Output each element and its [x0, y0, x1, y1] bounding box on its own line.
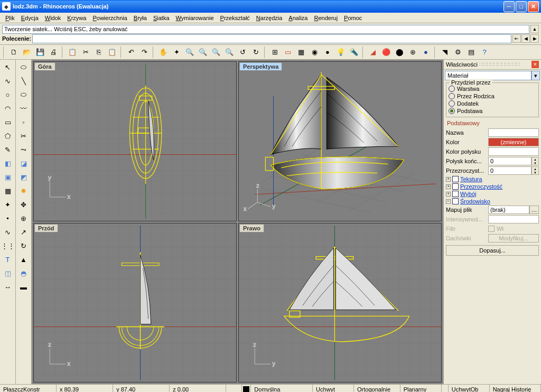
zoom-dynamic-icon[interactable]: 🔍: [184, 46, 195, 58]
menu-pomoc[interactable]: Pomoc: [341, 14, 365, 22]
groundplane-icon[interactable]: ▬: [17, 281, 30, 293]
cmd-nav-prev[interactable]: ◀: [521, 34, 530, 43]
undo-icon[interactable]: ↶: [125, 46, 137, 58]
link-przezroczystosc[interactable]: Przezroczystość: [460, 183, 502, 190]
viewport-front[interactable]: Przód x z: [33, 223, 237, 383]
layers-icon[interactable]: ▤: [465, 46, 477, 58]
boolean-icon[interactable]: ◓: [17, 267, 30, 279]
link-wyboj[interactable]: Wybój: [460, 191, 476, 197]
shade-icon[interactable]: ●: [322, 46, 333, 58]
array-icon[interactable]: ⋮⋮: [2, 239, 14, 252]
cplane-icon[interactable]: ▭: [282, 46, 294, 58]
menu-narzedzia[interactable]: Narzędzia: [253, 14, 286, 22]
mirror-icon[interactable]: ▲: [17, 253, 30, 266]
menu-bryla[interactable]: Bryła: [130, 14, 150, 22]
expand-przezroczystosc[interactable]: +: [446, 184, 451, 189]
rotate-icon[interactable]: ✦: [171, 46, 182, 58]
undo-view-icon[interactable]: ↺: [237, 46, 248, 58]
menu-widok[interactable]: Widok: [42, 14, 64, 22]
menu-edycja[interactable]: Edycja: [18, 14, 42, 22]
ortho-toggle[interactable]: Ortogonalnie: [354, 385, 400, 392]
join-icon[interactable]: ⤳: [17, 143, 30, 156]
analyze-icon[interactable]: ↔: [2, 281, 14, 293]
browse-button[interactable]: …: [529, 206, 539, 214]
print-icon[interactable]: 🖨: [48, 46, 59, 58]
spotlight-icon[interactable]: 🔦: [348, 46, 360, 58]
layer-name[interactable]: Domyślna: [251, 385, 313, 392]
record-history-toggle[interactable]: Nagraj Historię: [490, 385, 541, 392]
shaded-sphere-icon[interactable]: ●: [420, 46, 432, 58]
env-icon[interactable]: ⬤: [394, 46, 405, 58]
save-icon[interactable]: 💾: [34, 46, 46, 58]
close-button[interactable]: ✕: [528, 1, 539, 12]
copy-clipboard-icon[interactable]: 📋: [67, 46, 78, 58]
maximize-button[interactable]: □: [516, 1, 527, 12]
point-icon[interactable]: •: [2, 212, 14, 225]
4view-icon[interactable]: ⊞: [269, 46, 281, 58]
name-input[interactable]: [488, 128, 539, 137]
collapse-srodowisko[interactable]: −: [446, 199, 451, 204]
minimize-button[interactable]: ─: [503, 1, 515, 12]
properties-icon[interactable]: ⚙: [452, 46, 464, 58]
zoom-window-icon[interactable]: 🔍: [197, 46, 209, 58]
menu-wymiarowanie[interactable]: Wymiarowanie: [173, 14, 217, 22]
freeform-icon[interactable]: 〰: [17, 102, 30, 115]
move-icon[interactable]: ✥: [17, 198, 30, 211]
viewport-top[interactable]: Góra x: [33, 61, 237, 221]
help-icon[interactable]: ?: [479, 46, 490, 58]
checkbox-przezroczystosc[interactable]: [452, 183, 459, 190]
paste-icon[interactable]: 📋: [106, 46, 118, 58]
cmd-nav-first[interactable]: ⇤: [512, 34, 521, 43]
solid-icon[interactable]: ▣: [2, 171, 14, 183]
lasso-icon[interactable]: ⬭: [17, 61, 30, 73]
checkbox-wyboj[interactable]: [452, 191, 459, 197]
command-input[interactable]: [32, 34, 511, 43]
open-icon[interactable]: 📂: [21, 46, 33, 58]
snap-toggle[interactable]: Uchwyt: [313, 385, 354, 392]
lightbulb-icon[interactable]: 💡: [335, 46, 347, 58]
viewport-right-label[interactable]: Prawo: [239, 224, 264, 232]
viewport-top-label[interactable]: Góra: [34, 62, 55, 71]
viewport-perspective[interactable]: Perspektywa: [238, 61, 442, 221]
menu-powierzchnia[interactable]: Powierzchnia: [89, 14, 130, 22]
checkbox-srodowisko[interactable]: [452, 198, 459, 204]
trim-icon[interactable]: ✂: [17, 129, 30, 142]
material-icon[interactable]: 🔴: [380, 46, 392, 58]
mesh-icon[interactable]: ▦: [2, 184, 14, 197]
options-icon[interactable]: ◥: [439, 46, 451, 58]
gloss-finish-input[interactable]: 0: [488, 157, 531, 165]
cplane-status[interactable]: PłaszczKonstr: [0, 385, 57, 392]
expand-wyboj[interactable]: +: [446, 192, 451, 197]
viewport-right[interactable]: Prawo y z: [238, 223, 442, 383]
copy-tool-icon[interactable]: ⊕: [17, 212, 30, 225]
line-icon[interactable]: ╲: [17, 74, 30, 87]
link-tekstura[interactable]: Tekstura: [460, 176, 482, 182]
gloss-spinner[interactable]: ▲▼: [531, 157, 539, 165]
checkbox-tekstura[interactable]: [452, 176, 459, 182]
extrude-icon[interactable]: ◪: [17, 157, 30, 170]
polyline-icon[interactable]: ∿: [2, 74, 14, 87]
named-cplane-icon[interactable]: ▦: [295, 46, 307, 58]
ellipse-icon[interactable]: ⬭: [17, 88, 30, 101]
menu-analiza[interactable]: Analiza: [285, 14, 311, 22]
rotate2d-icon[interactable]: ↻: [17, 239, 30, 252]
link-srodowisko[interactable]: Środowisko: [460, 198, 490, 204]
redo-view-icon[interactable]: ↻: [250, 46, 262, 58]
wireframe-sphere-icon[interactable]: ⊕: [407, 46, 418, 58]
viewport-front-label[interactable]: Przód: [34, 224, 58, 232]
panel-close-icon[interactable]: ✕: [531, 61, 539, 68]
radio-warstwa[interactable]: [449, 86, 455, 92]
expand-tekstura[interactable]: +: [446, 177, 451, 182]
redo-icon[interactable]: ↷: [138, 46, 150, 58]
show-hide-icon[interactable]: ◉: [309, 46, 320, 58]
menu-przeksztalc[interactable]: Przekształć: [217, 14, 253, 22]
fit-button[interactable]: Dopasuj...: [446, 245, 539, 256]
curve-tools-icon[interactable]: ∿: [2, 226, 14, 238]
cmd-nav-next[interactable]: ▶: [530, 34, 539, 43]
zoom-selected-icon[interactable]: 🔍: [223, 46, 235, 58]
transparency-spinner[interactable]: ▲▼: [531, 166, 539, 175]
color-swatch[interactable]: (zmienne): [488, 138, 539, 146]
layer-color-swatch[interactable]: [243, 386, 249, 393]
rectangle-icon[interactable]: ▭: [2, 116, 14, 128]
transform-icon[interactable]: ✦: [2, 198, 14, 211]
